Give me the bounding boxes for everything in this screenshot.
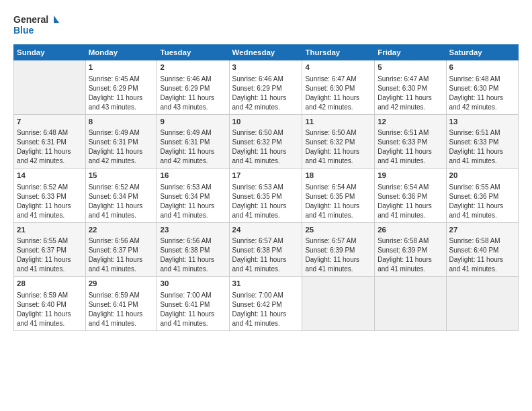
calendar-cell: 15Sunrise: 6:52 AM Sunset: 6:34 PM Dayli… — [85, 169, 157, 223]
cell-info: Sunrise: 6:46 AM Sunset: 6:29 PM Dayligh… — [232, 75, 300, 112]
day-number: 23 — [160, 225, 226, 236]
calendar-cell: 5Sunrise: 6:47 AM Sunset: 6:30 PM Daylig… — [375, 60, 446, 115]
col-header-sunday: Sunday — [14, 45, 86, 60]
cell-info: Sunrise: 6:48 AM Sunset: 6:31 PM Dayligh… — [17, 128, 83, 166]
col-header-monday: Monday — [85, 45, 157, 60]
calendar-cell — [302, 277, 375, 331]
day-number: 31 — [232, 279, 300, 289]
day-number: 24 — [232, 225, 300, 236]
calendar-cell — [446, 277, 518, 331]
calendar-cell: 27Sunrise: 6:58 AM Sunset: 6:40 PM Dayli… — [446, 222, 518, 277]
calendar-cell: 10Sunrise: 6:50 AM Sunset: 6:32 PM Dayli… — [229, 114, 302, 169]
logo-svg: General Blue — [13, 12, 60, 38]
calendar-cell: 18Sunrise: 6:54 AM Sunset: 6:35 PM Dayli… — [302, 169, 375, 223]
calendar-cell: 7Sunrise: 6:48 AM Sunset: 6:31 PM Daylig… — [14, 114, 86, 169]
day-number: 11 — [305, 117, 371, 128]
cell-info: Sunrise: 6:47 AM Sunset: 6:30 PM Dayligh… — [305, 75, 371, 112]
day-number: 3 — [232, 62, 300, 73]
cell-info: Sunrise: 6:55 AM Sunset: 6:36 PM Dayligh… — [449, 183, 515, 220]
day-number: 19 — [378, 171, 443, 181]
cell-info: Sunrise: 6:45 AM Sunset: 6:29 PM Dayligh… — [89, 75, 154, 112]
calendar-cell: 29Sunrise: 6:59 AM Sunset: 6:41 PM Dayli… — [85, 277, 157, 331]
week-row-2: 7Sunrise: 6:48 AM Sunset: 6:31 PM Daylig… — [14, 114, 519, 169]
calendar-cell: 8Sunrise: 6:49 AM Sunset: 6:31 PM Daylig… — [85, 114, 157, 169]
day-number: 10 — [232, 117, 300, 128]
calendar-cell: 24Sunrise: 6:57 AM Sunset: 6:38 PM Dayli… — [229, 222, 302, 277]
week-row-3: 14Sunrise: 6:52 AM Sunset: 6:33 PM Dayli… — [14, 169, 519, 223]
cell-info: Sunrise: 6:54 AM Sunset: 6:35 PM Dayligh… — [305, 183, 371, 220]
week-row-1: 1Sunrise: 6:45 AM Sunset: 6:29 PM Daylig… — [14, 60, 519, 115]
cell-info: Sunrise: 6:52 AM Sunset: 6:34 PM Dayligh… — [89, 183, 154, 220]
header: General Blue — [13, 12, 519, 38]
svg-text:General: General — [13, 14, 48, 25]
col-header-wednesday: Wednesday — [229, 45, 302, 60]
cell-info: Sunrise: 7:00 AM Sunset: 6:41 PM Dayligh… — [160, 291, 226, 328]
calendar-cell: 11Sunrise: 6:50 AM Sunset: 6:32 PM Dayli… — [302, 114, 375, 169]
day-number: 4 — [305, 62, 371, 73]
calendar-cell: 31Sunrise: 7:00 AM Sunset: 6:42 PM Dayli… — [229, 277, 302, 331]
day-number: 25 — [305, 225, 371, 236]
day-number: 26 — [378, 225, 443, 236]
day-number: 27 — [449, 225, 515, 236]
logo: General Blue — [13, 12, 60, 38]
day-number: 14 — [17, 171, 83, 181]
calendar-cell — [14, 60, 86, 115]
calendar-cell: 4Sunrise: 6:47 AM Sunset: 6:30 PM Daylig… — [302, 60, 375, 115]
calendar-cell: 3Sunrise: 6:46 AM Sunset: 6:29 PM Daylig… — [229, 60, 302, 115]
cell-info: Sunrise: 6:50 AM Sunset: 6:32 PM Dayligh… — [305, 128, 371, 166]
calendar-cell: 2Sunrise: 6:46 AM Sunset: 6:29 PM Daylig… — [157, 60, 229, 115]
col-header-tuesday: Tuesday — [157, 45, 229, 60]
cell-info: Sunrise: 6:46 AM Sunset: 6:29 PM Dayligh… — [160, 75, 226, 112]
day-number: 1 — [89, 62, 154, 73]
cell-info: Sunrise: 6:50 AM Sunset: 6:32 PM Dayligh… — [232, 128, 300, 166]
day-number: 7 — [17, 117, 83, 128]
calendar-cell: 21Sunrise: 6:55 AM Sunset: 6:37 PM Dayli… — [14, 222, 86, 277]
cell-info: Sunrise: 6:51 AM Sunset: 6:33 PM Dayligh… — [449, 128, 515, 166]
day-number: 30 — [160, 279, 226, 289]
day-number: 21 — [17, 225, 83, 236]
calendar-cell: 26Sunrise: 6:58 AM Sunset: 6:39 PM Dayli… — [375, 222, 446, 277]
calendar-cell: 28Sunrise: 6:59 AM Sunset: 6:40 PM Dayli… — [14, 277, 86, 331]
calendar-cell: 30Sunrise: 7:00 AM Sunset: 6:41 PM Dayli… — [157, 277, 229, 331]
header-row: SundayMondayTuesdayWednesdayThursdayFrid… — [14, 45, 519, 60]
calendar-cell: 16Sunrise: 6:53 AM Sunset: 6:34 PM Dayli… — [157, 169, 229, 223]
cell-info: Sunrise: 6:51 AM Sunset: 6:33 PM Dayligh… — [378, 128, 443, 166]
day-number: 2 — [160, 62, 226, 73]
day-number: 17 — [232, 171, 300, 181]
calendar-cell: 17Sunrise: 6:53 AM Sunset: 6:35 PM Dayli… — [229, 169, 302, 223]
calendar-table: SundayMondayTuesdayWednesdayThursdayFrid… — [13, 44, 519, 331]
cell-info: Sunrise: 6:57 AM Sunset: 6:39 PM Dayligh… — [305, 236, 371, 274]
cell-info: Sunrise: 6:59 AM Sunset: 6:40 PM Dayligh… — [17, 291, 83, 328]
calendar-cell: 13Sunrise: 6:51 AM Sunset: 6:33 PM Dayli… — [446, 114, 518, 169]
cell-info: Sunrise: 6:53 AM Sunset: 6:34 PM Dayligh… — [160, 183, 226, 220]
cell-info: Sunrise: 6:55 AM Sunset: 6:37 PM Dayligh… — [17, 236, 83, 274]
calendar-cell: 20Sunrise: 6:55 AM Sunset: 6:36 PM Dayli… — [446, 169, 518, 223]
col-header-friday: Friday — [375, 45, 446, 60]
cell-info: Sunrise: 6:52 AM Sunset: 6:33 PM Dayligh… — [17, 183, 83, 220]
cell-info: Sunrise: 6:59 AM Sunset: 6:41 PM Dayligh… — [89, 291, 154, 328]
cell-info: Sunrise: 6:54 AM Sunset: 6:36 PM Dayligh… — [378, 183, 443, 220]
cell-info: Sunrise: 6:53 AM Sunset: 6:35 PM Dayligh… — [232, 183, 300, 220]
cell-info: Sunrise: 6:48 AM Sunset: 6:30 PM Dayligh… — [449, 75, 515, 112]
calendar-cell: 9Sunrise: 6:49 AM Sunset: 6:31 PM Daylig… — [157, 114, 229, 169]
cell-info: Sunrise: 6:58 AM Sunset: 6:39 PM Dayligh… — [378, 236, 443, 274]
col-header-thursday: Thursday — [302, 45, 375, 60]
day-number: 28 — [17, 279, 83, 289]
svg-text:Blue: Blue — [13, 25, 34, 36]
day-number: 8 — [89, 117, 154, 128]
calendar-cell: 14Sunrise: 6:52 AM Sunset: 6:33 PM Dayli… — [14, 169, 86, 223]
day-number: 22 — [89, 225, 154, 236]
day-number: 9 — [160, 117, 226, 128]
svg-marker-2 — [54, 15, 59, 23]
cell-info: Sunrise: 6:49 AM Sunset: 6:31 PM Dayligh… — [89, 128, 154, 166]
page: General Blue SundayMondayTuesdayWednesda… — [0, 0, 532, 411]
day-number: 6 — [449, 62, 515, 73]
cell-info: Sunrise: 7:00 AM Sunset: 6:42 PM Dayligh… — [232, 291, 300, 328]
calendar-cell: 19Sunrise: 6:54 AM Sunset: 6:36 PM Dayli… — [375, 169, 446, 223]
day-number: 15 — [89, 171, 154, 181]
calendar-cell: 6Sunrise: 6:48 AM Sunset: 6:30 PM Daylig… — [446, 60, 518, 115]
cell-info: Sunrise: 6:58 AM Sunset: 6:40 PM Dayligh… — [449, 236, 515, 274]
col-header-saturday: Saturday — [446, 45, 518, 60]
day-number: 29 — [89, 279, 154, 289]
week-row-4: 21Sunrise: 6:55 AM Sunset: 6:37 PM Dayli… — [14, 222, 519, 277]
